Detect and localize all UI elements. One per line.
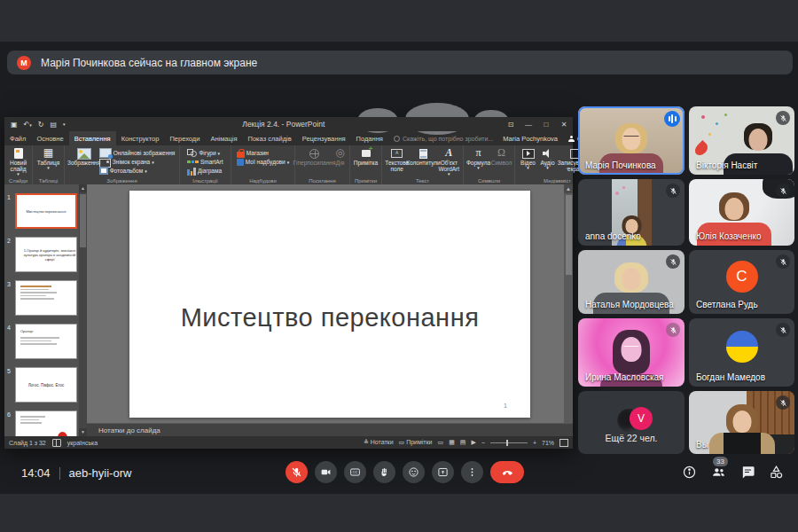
more-options-button[interactable]	[461, 461, 483, 483]
zoom-level[interactable]: 71%	[542, 440, 554, 446]
table-button[interactable]: ▦ Таблиця	[35, 147, 62, 171]
captions-button[interactable]: CC	[344, 461, 366, 483]
ribbon-options-icon[interactable]: ⊡	[502, 121, 520, 129]
speaking-indicator-icon	[664, 111, 680, 127]
mic-toggle-button[interactable]	[286, 461, 308, 483]
zoom-slider[interactable]	[490, 442, 528, 443]
slide-thumb-5[interactable]: Логос. Пафос. Етос	[15, 367, 77, 403]
raise-hand-button[interactable]	[373, 461, 395, 483]
new-slide-icon	[14, 148, 23, 159]
video-button[interactable]: Відео	[519, 147, 538, 171]
slideshow-icon[interactable]: ▤	[50, 121, 57, 129]
wordart-button[interactable]: A Об'єкт WordArt	[435, 147, 462, 177]
tile-viktoria[interactable]: Вікторія Насвіт	[689, 106, 794, 175]
online-images-button[interactable]: Онлайнові зображення	[99, 149, 176, 157]
tab-home[interactable]: Основне	[31, 131, 68, 145]
slide-thumb-6[interactable]	[15, 411, 77, 436]
my-addins-icon	[237, 159, 244, 166]
screenshot-button[interactable]: Знімок екрана	[99, 158, 176, 166]
store-button[interactable]: Магазин	[237, 149, 289, 157]
group-comments: Примітка Примітки	[350, 145, 382, 184]
reading-view-icon[interactable]: ▤	[460, 439, 466, 446]
photo-album-button[interactable]: Фотоальбом	[99, 167, 176, 175]
tile-anna[interactable]: anna docenko	[578, 179, 685, 246]
canvas-scrollbar[interactable]: ▲	[564, 184, 573, 423]
confetti-art	[708, 133, 711, 136]
people-panel-icon[interactable]	[710, 465, 727, 483]
images-stack: Онлайнові зображення Знімок екрана Фотоа…	[99, 147, 176, 175]
camera-toggle-button[interactable]	[315, 461, 337, 483]
tab-review[interactable]: Рецензування	[297, 131, 351, 145]
leave-call-button[interactable]	[490, 461, 524, 483]
current-slide[interactable]: Мистецтво переконання 1	[129, 191, 530, 418]
maximize-icon[interactable]: □	[537, 121, 555, 129]
minimize-icon[interactable]: —	[520, 121, 537, 129]
tab-transitions[interactable]: Переходи	[164, 131, 205, 145]
audio-button[interactable]: Аудіо	[538, 147, 558, 171]
tile-maria[interactable]: Марія Починкова	[578, 106, 685, 175]
header-footer-button[interactable]: Колонтитули	[411, 147, 435, 166]
thumbnail-scrollbar[interactable]: ▲ ▼	[79, 184, 87, 436]
action-button[interactable]: ◎ Дія	[332, 147, 348, 166]
tab-insert[interactable]: Вставлення	[69, 131, 116, 145]
group-images: Зображення Онлайнові зображення Знімок е…	[65, 145, 180, 184]
scroll-up-icon[interactable]: ▲	[79, 184, 87, 192]
reactions-button[interactable]	[403, 461, 425, 483]
symbol-button[interactable]: Ω Символ	[491, 147, 512, 166]
slide-thumb-1[interactable]: Мистецтво переконання	[15, 193, 77, 229]
clock: 14:04	[21, 466, 51, 480]
fit-to-window-icon[interactable]	[559, 439, 568, 447]
equation-button[interactable]: π Формула	[466, 147, 491, 171]
meeting-details-icon[interactable]	[682, 465, 697, 483]
scroll-down-icon[interactable]: ▼	[79, 428, 87, 436]
tile-yulia[interactable]: Юлія Козаченко	[689, 179, 794, 246]
redo-icon[interactable]: ↻	[38, 121, 44, 129]
slide-thumb-3[interactable]	[15, 280, 77, 316]
new-slide-button[interactable]: Новий слайд	[5, 147, 31, 177]
close-icon[interactable]: ✕	[555, 121, 573, 129]
tab-file[interactable]: Файл	[4, 131, 31, 145]
scroll-up-icon[interactable]: ▲	[564, 184, 573, 193]
mic-off-icon	[776, 323, 790, 337]
tile-irina[interactable]: Ирина Масловская	[578, 318, 685, 387]
tab-design[interactable]: Конструктор	[116, 131, 165, 145]
present-button[interactable]	[432, 461, 454, 483]
presenting-banner: M Марія Починкова сейчас на главном экра…	[7, 51, 793, 74]
zoom-out-icon[interactable]: −	[481, 440, 485, 446]
comment-button[interactable]: Примітка	[353, 147, 379, 166]
notes-toggle[interactable]: ≜ Нотатки	[364, 439, 394, 446]
ribbon-tab-row: Файл Основне Вставлення Конструктор Пере…	[4, 131, 573, 145]
smartart-button[interactable]: SmartArt	[187, 158, 223, 166]
tab-view[interactable]: Подання	[351, 131, 388, 145]
slide-thumb-2[interactable]: 1.Оратор й аудиторія, зовнішня культура …	[15, 237, 77, 272]
language-label[interactable]: українська	[67, 440, 98, 446]
tile-svetlana[interactable]: C Светлана Рудь	[689, 250, 794, 314]
mic-off-icon	[776, 254, 790, 269]
comments-toggle[interactable]: ▭ Примітки	[399, 439, 433, 446]
tile-natalya[interactable]: Наталья Мордовцева	[578, 250, 685, 314]
slide-thumb-4[interactable]: Оратор:	[15, 324, 77, 359]
my-addins-button[interactable]: Мої надбудови	[237, 158, 289, 166]
tile-bogdan[interactable]: Богдан Мамедов	[689, 318, 794, 387]
tile-you[interactable]: Вы	[689, 391, 794, 454]
tab-slideshow[interactable]: Показ слайдів	[243, 131, 297, 145]
sorter-view-icon[interactable]: ▦	[449, 439, 455, 446]
account-name[interactable]: Maria Pochynkova	[498, 131, 562, 145]
undo-icon[interactable]: ↶▾	[24, 121, 32, 129]
shapes-button[interactable]: Фігури	[187, 149, 223, 157]
slide-title[interactable]: Мистецтво переконання	[181, 303, 480, 332]
chart-button[interactable]: Діаграма	[187, 167, 223, 175]
zoom-in-icon[interactable]: +	[533, 440, 536, 446]
slideshow-view-icon[interactable]: ▶	[471, 439, 475, 446]
save-icon[interactable]: ▣	[11, 121, 18, 129]
tab-animations[interactable]: Анімація	[205, 131, 242, 145]
image-button[interactable]: Зображення	[69, 147, 99, 166]
spellcheck-icon[interactable]	[52, 439, 61, 447]
notes-pane[interactable]: Нотатки до слайда	[87, 423, 573, 436]
tile-more-people[interactable]: V Ещё 22 чел.	[578, 391, 685, 454]
collapse-ribbon-icon[interactable]: ⌃	[565, 167, 570, 174]
chat-panel-icon[interactable]	[740, 465, 755, 483]
normal-view-icon[interactable]: ▭	[438, 439, 444, 446]
hyperlink-button[interactable]: Гіперпосилання	[297, 147, 332, 166]
activities-icon[interactable]	[769, 465, 784, 483]
